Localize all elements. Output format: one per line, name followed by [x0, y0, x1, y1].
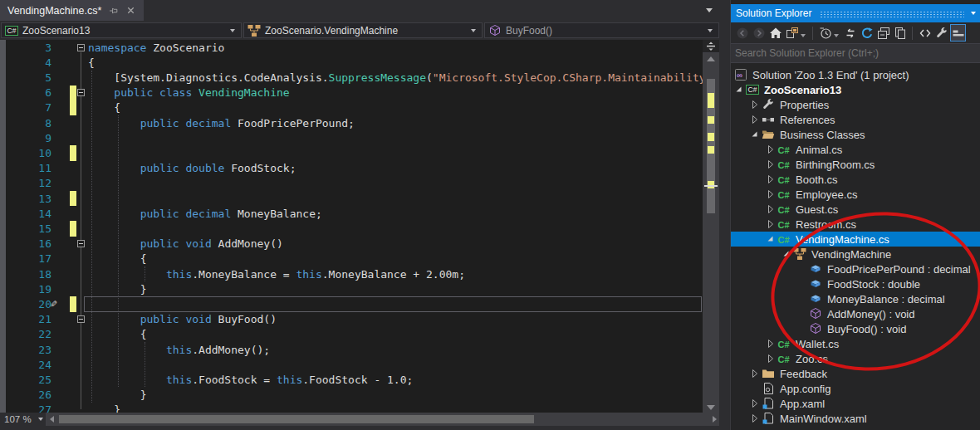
- expander-open-icon[interactable]: [764, 232, 777, 246]
- code-line-18[interactable]: 18 this.MoneyBalance = this.MoneyBalance…: [0, 266, 703, 281]
- expander-closed-icon[interactable]: [764, 143, 777, 156]
- collapse-box-icon[interactable]: [77, 44, 85, 51]
- code-line-6[interactable]: 6 public class VendingMachine: [0, 86, 703, 100]
- tree-item-foodstock-double[interactable]: FoodStock : double: [731, 276, 980, 291]
- type-dropdown[interactable]: ZooScenario.VendingMachine: [243, 22, 483, 38]
- tree-item-vendingmachine-cs[interactable]: C#VendingMachine.cs: [731, 232, 980, 247]
- pane-splitter[interactable]: [719, 0, 731, 430]
- horizontal-scrollbar-thumb[interactable]: [59, 415, 534, 423]
- expander-closed-icon[interactable]: [764, 337, 777, 350]
- code-line-13[interactable]: 13: [0, 191, 703, 206]
- home-button[interactable]: [767, 24, 783, 42]
- chevron-down-icon[interactable]: [834, 34, 839, 37]
- tree-item-solution-zoo-1-3-end-1-project[interactable]: ∞Solution 'Zoo 1.3 End' (1 project): [731, 67, 980, 82]
- tree-item-zooscenario13[interactable]: C#ZooScenario13: [731, 82, 980, 97]
- view-code-button[interactable]: [917, 24, 933, 42]
- code-line-25[interactable]: 25 this.FoodStock = this.FoodStock - 1.0…: [0, 372, 703, 387]
- code-line-17[interactable]: 17 {: [0, 252, 703, 266]
- pending-changes-filter-button[interactable]: [817, 24, 833, 42]
- outline-margin[interactable]: [76, 86, 86, 100]
- code-line-7[interactable]: 7 {: [0, 100, 703, 115]
- code-line-21[interactable]: 21 public void BuyFood(): [0, 312, 703, 327]
- tree-item-mainwindow-xaml[interactable]: MainWindow.xaml: [731, 411, 980, 426]
- collapse-all-button[interactable]: [875, 24, 891, 42]
- tree-item-guest-cs[interactable]: C#Guest.cs: [731, 202, 980, 217]
- switch-views-button[interactable]: [784, 24, 800, 42]
- tree-item-vendingmachine[interactable]: VendingMachine: [731, 247, 980, 261]
- vertical-scrollbar[interactable]: [703, 40, 719, 413]
- preview-selected-items-button[interactable]: [950, 24, 966, 42]
- collapse-box-icon[interactable]: [77, 89, 85, 96]
- code-line-15[interactable]: 15: [0, 221, 703, 236]
- expander-closed-icon[interactable]: [748, 412, 762, 425]
- project-dropdown[interactable]: C# ZooScenario13: [1, 22, 242, 38]
- outline-margin[interactable]: [76, 312, 86, 327]
- tree-item-feedback[interactable]: Feedback: [731, 366, 980, 381]
- refresh-button[interactable]: [859, 24, 875, 42]
- code-line-8[interactable]: 8 public decimal FoodPricePerPound;: [0, 115, 703, 130]
- scroll-down-arrow-icon[interactable]: [707, 405, 715, 410]
- expander-closed-icon[interactable]: [764, 158, 777, 171]
- tree-item-moneybalance-decimal[interactable]: MoneyBalance : decimal: [731, 291, 980, 306]
- search-input[interactable]: [731, 46, 973, 60]
- expander-closed-icon[interactable]: [764, 217, 777, 231]
- tree-item-properties[interactable]: Properties: [731, 97, 980, 112]
- tree-item-foodpriceperpound-decimal[interactable]: FoodPricePerPound : decimal: [731, 261, 980, 276]
- code-line-9[interactable]: 9: [0, 130, 703, 145]
- code-line-19[interactable]: 19 }: [0, 281, 703, 296]
- tab-vendingmachine-cs[interactable]: VendingMachine.cs*: [0, 0, 144, 21]
- scroll-right-arrow-icon[interactable]: [713, 416, 717, 423]
- scroll-up-arrow-icon[interactable]: [707, 56, 715, 61]
- code-line-22[interactable]: 22 {: [0, 327, 703, 342]
- collapse-box-icon[interactable]: [77, 240, 85, 247]
- member-dropdown[interactable]: BuyFood(): [484, 22, 719, 38]
- window-position-caret-icon[interactable]: [971, 12, 976, 15]
- outline-margin[interactable]: [76, 237, 86, 252]
- solution-explorer-titlebar[interactable]: Solution Explorer: [731, 4, 980, 22]
- code-line-11[interactable]: 11 public double FoodStock;: [0, 161, 703, 176]
- code-line-24[interactable]: 24: [0, 357, 703, 372]
- expander-open-icon[interactable]: [780, 247, 793, 261]
- expander-closed-icon[interactable]: [748, 113, 762, 126]
- expander-closed-icon[interactable]: [764, 203, 777, 216]
- pin-icon[interactable]: [107, 5, 119, 17]
- back-button[interactable]: [734, 24, 750, 42]
- horizontal-scrollbar[interactable]: [47, 413, 719, 426]
- expander-closed-icon[interactable]: [748, 367, 762, 380]
- scroll-left-arrow-icon[interactable]: [50, 416, 54, 423]
- tree-item-business-classes[interactable]: Business Classes: [731, 127, 980, 142]
- tree-item-app-xaml[interactable]: App.xaml: [731, 396, 980, 411]
- split-window-handle[interactable]: [703, 40, 719, 53]
- expander-closed-icon[interactable]: [764, 188, 777, 201]
- tree-item-addmoney-void[interactable]: AddMoney() : void: [731, 306, 980, 321]
- outline-margin[interactable]: [76, 40, 86, 55]
- code-line-14[interactable]: 14 public decimal MoneyBalance;: [0, 206, 703, 221]
- code-line-4[interactable]: 4{: [0, 55, 703, 70]
- code-line-12[interactable]: 12: [0, 176, 703, 191]
- expander-closed-icon[interactable]: [748, 98, 762, 111]
- tree-item-wallet-cs[interactable]: C#Wallet.cs: [731, 336, 980, 351]
- tree-item-animal-cs[interactable]: C#Animal.cs: [731, 142, 980, 157]
- forward-button[interactable]: [751, 24, 767, 42]
- code-line-26[interactable]: 26 }: [0, 388, 703, 403]
- expander-open-icon[interactable]: [733, 83, 746, 96]
- tree-item-restroom-cs[interactable]: C#Restroom.cs: [731, 217, 980, 232]
- search-box[interactable]: [731, 43, 980, 63]
- code-line-5[interactable]: 5 [System.Diagnostics.CodeAnalysis.Suppr…: [0, 70, 703, 85]
- close-icon[interactable]: [125, 5, 136, 17]
- collapse-box-icon[interactable]: [77, 315, 85, 323]
- code-line-23[interactable]: 23 this.AddMoney();: [0, 342, 703, 357]
- tree-item-booth-cs[interactable]: C#Booth.cs: [731, 172, 980, 187]
- tree-item-employee-cs[interactable]: C#Employee.cs: [731, 187, 980, 202]
- sync-with-active-document-button[interactable]: [842, 24, 858, 42]
- expander-closed-icon[interactable]: [748, 397, 762, 410]
- expander-closed-icon[interactable]: [764, 173, 777, 186]
- tree-item-references[interactable]: References: [731, 112, 980, 127]
- zoom-control[interactable]: 107 %: [0, 413, 47, 426]
- window-list-caret-icon[interactable]: [706, 8, 713, 12]
- code-editor[interactable]: 3namespace ZooScenario4{5 [System.Diagno…: [0, 40, 719, 413]
- expander-open-icon[interactable]: [748, 128, 762, 141]
- code-line-10[interactable]: 10: [0, 145, 703, 160]
- chevron-down-icon[interactable]: [801, 34, 806, 37]
- code-line-3[interactable]: 3namespace ZooScenario: [0, 40, 703, 55]
